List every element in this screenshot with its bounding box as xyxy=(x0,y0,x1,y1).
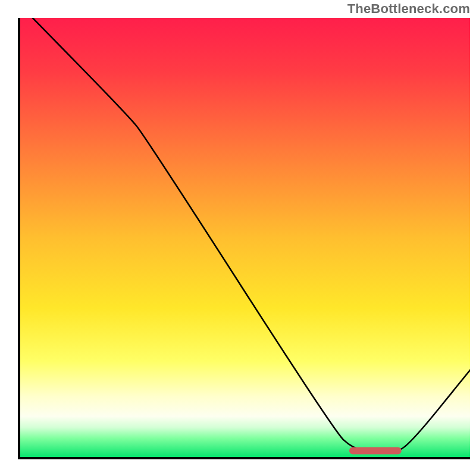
gradient-background xyxy=(19,18,470,458)
watermark-label: TheBottleneck.com xyxy=(347,1,470,17)
bottleneck-chart xyxy=(0,0,476,476)
chart-container: TheBottleneck.com xyxy=(0,0,476,476)
